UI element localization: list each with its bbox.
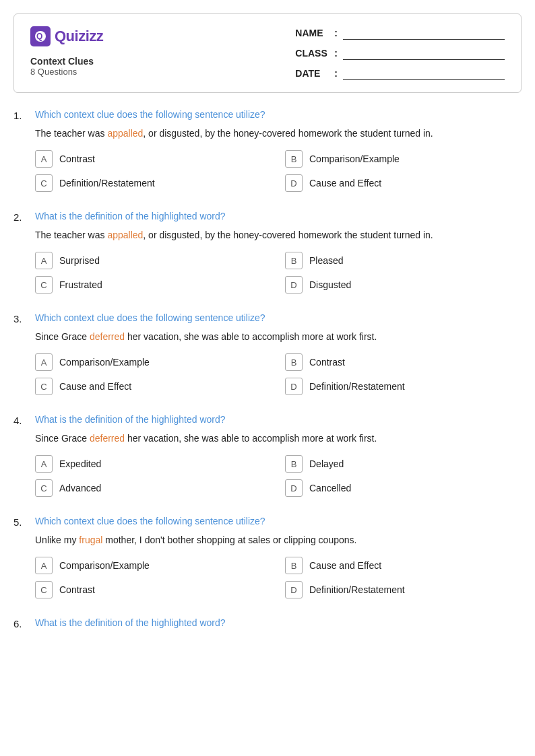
header-right: NAME : CLASS : DATE : — [295, 26, 505, 80]
question-body-2: The teacher was appalled, or disgusted, … — [13, 228, 522, 242]
option-5-c[interactable]: CContrast — [35, 581, 272, 598]
options-grid-1: AContrastBComparison/ExampleCDefinition/… — [13, 150, 522, 192]
class-field-row: CLASS : — [295, 46, 505, 60]
option-text-2-c: Frustrated — [59, 279, 102, 290]
option-2-a[interactable]: ASurprised — [35, 252, 272, 269]
logo-text: Quizizz — [55, 28, 103, 45]
option-3-d[interactable]: DDefinition/Restatement — [285, 378, 522, 395]
option-letter-3-d: D — [285, 378, 303, 395]
question-text-1: Which context clue does the following se… — [35, 109, 265, 120]
option-2-b[interactable]: BPleased — [285, 252, 522, 269]
options-grid-4: AExpeditedBDelayedCAdvancedDCancelled — [13, 455, 522, 497]
question-block-3: 3.Which context clue does the following … — [13, 312, 522, 395]
option-text-4-d: Cancelled — [309, 483, 351, 493]
option-5-a[interactable]: AComparison/Example — [35, 557, 272, 574]
option-letter-1-c: C — [35, 174, 53, 192]
option-letter-2-a: A — [35, 252, 53, 269]
svg-text:Q: Q — [36, 32, 42, 41]
option-1-a[interactable]: AContrast — [35, 150, 272, 168]
question-number-2: 2. — [13, 211, 27, 223]
logo: Q Quizizz — [30, 26, 103, 46]
option-text-3-d: Definition/Restatement — [309, 381, 405, 392]
name-field-row: NAME : — [295, 26, 505, 40]
header-left: Q Quizizz Context Clues 8 Questions — [30, 26, 103, 77]
question-text-3: Which context clue does the following se… — [35, 312, 265, 323]
option-text-3-c: Cause and Effect — [59, 381, 131, 392]
option-letter-1-d: D — [285, 174, 303, 192]
class-line — [343, 46, 505, 60]
question-number-4: 4. — [13, 415, 27, 426]
question-text-4: What is the definition of the highlighte… — [35, 414, 226, 425]
option-letter-4-d: D — [285, 479, 303, 497]
option-letter-2-b: B — [285, 252, 303, 269]
question-number-5: 5. — [13, 516, 27, 528]
option-3-b[interactable]: BContrast — [285, 353, 522, 371]
option-1-d[interactable]: DCause and Effect — [285, 174, 522, 192]
option-letter-4-a: A — [35, 455, 53, 473]
question-block-2: 2.What is the definition of the highligh… — [13, 211, 522, 294]
highlighted-word-2: appalled — [107, 230, 143, 240]
options-grid-5: AComparison/ExampleBCause and EffectCCon… — [13, 557, 522, 598]
option-text-1-a: Contrast — [59, 153, 95, 164]
option-letter-2-d: D — [285, 276, 303, 294]
option-3-a[interactable]: AComparison/Example — [35, 353, 272, 371]
question-number-3: 3. — [13, 313, 27, 324]
option-5-d[interactable]: DDefinition/Restatement — [285, 581, 522, 598]
option-letter-3-c: C — [35, 378, 53, 395]
question-body-5: Unlike my frugal mother, I don't bother … — [13, 533, 522, 547]
question-text-2: What is the definition of the highlighte… — [35, 211, 226, 221]
option-4-b[interactable]: BDelayed — [285, 455, 522, 473]
option-3-c[interactable]: CCause and Effect — [35, 378, 272, 395]
highlighted-word-4: deferred — [90, 433, 125, 444]
class-label: CLASS — [295, 48, 329, 59]
option-letter-4-c: C — [35, 479, 53, 497]
option-letter-1-a: A — [35, 150, 53, 168]
question-body-1: The teacher was appalled, or disgusted, … — [13, 127, 522, 141]
option-2-c[interactable]: CFrustrated — [35, 276, 272, 294]
option-1-b[interactable]: BComparison/Example — [285, 150, 522, 168]
question-body-3: Since Grace deferred her vacation, she w… — [13, 330, 522, 344]
option-text-5-d: Definition/Restatement — [309, 584, 405, 595]
question-block-1: 1.Which context clue does the following … — [13, 109, 522, 192]
option-letter-3-a: A — [35, 353, 53, 371]
highlighted-word-3: deferred — [90, 331, 125, 342]
option-letter-3-b: B — [285, 353, 303, 371]
option-5-b[interactable]: BCause and Effect — [285, 557, 522, 574]
date-label: DATE — [295, 68, 329, 79]
question-block-6: 6. What is the definition of the highlig… — [13, 617, 522, 632]
highlighted-word-1: appalled — [107, 128, 143, 139]
option-letter-5-d: D — [285, 581, 303, 598]
options-grid-2: ASurprisedBPleasedCFrustratedDDisgusted — [13, 252, 522, 294]
option-text-4-c: Advanced — [59, 483, 101, 493]
option-4-d[interactable]: DCancelled — [285, 479, 522, 497]
option-text-1-c: Definition/Restatement — [59, 178, 155, 188]
option-text-3-a: Comparison/Example — [59, 357, 150, 368]
option-text-1-b: Comparison/Example — [309, 153, 400, 164]
option-letter-5-c: C — [35, 581, 53, 598]
option-text-2-b: Pleased — [309, 255, 344, 266]
option-text-1-d: Cause and Effect — [309, 178, 381, 188]
question-block-5: 5.Which context clue does the following … — [13, 516, 522, 598]
option-4-a[interactable]: AExpedited — [35, 455, 272, 473]
question-body-4: Since Grace deferred her vacation, she w… — [13, 432, 522, 446]
option-text-4-a: Expedited — [59, 458, 101, 469]
option-2-d[interactable]: DDisgusted — [285, 276, 522, 294]
question-text-5: Which context clue does the following se… — [35, 516, 265, 526]
name-line — [343, 26, 505, 40]
name-label: NAME — [295, 28, 329, 38]
date-field-row: DATE : — [295, 67, 505, 80]
quiz-title: Context Clues — [30, 56, 103, 67]
option-letter-1-b: B — [285, 150, 303, 168]
option-letter-5-b: B — [285, 557, 303, 574]
quiz-questions: 8 Questions — [30, 67, 103, 77]
option-letter-4-b: B — [285, 455, 303, 473]
option-text-4-b: Delayed — [309, 458, 344, 469]
highlighted-word-5: frugal — [79, 535, 102, 545]
option-letter-5-a: A — [35, 557, 53, 574]
option-1-c[interactable]: CDefinition/Restatement — [35, 174, 272, 192]
option-4-c[interactable]: CAdvanced — [35, 479, 272, 497]
option-text-3-b: Contrast — [309, 357, 345, 368]
question-block-4: 4.What is the definition of the highligh… — [13, 414, 522, 497]
option-text-5-b: Cause and Effect — [309, 560, 381, 571]
option-text-2-d: Disgusted — [309, 279, 351, 290]
